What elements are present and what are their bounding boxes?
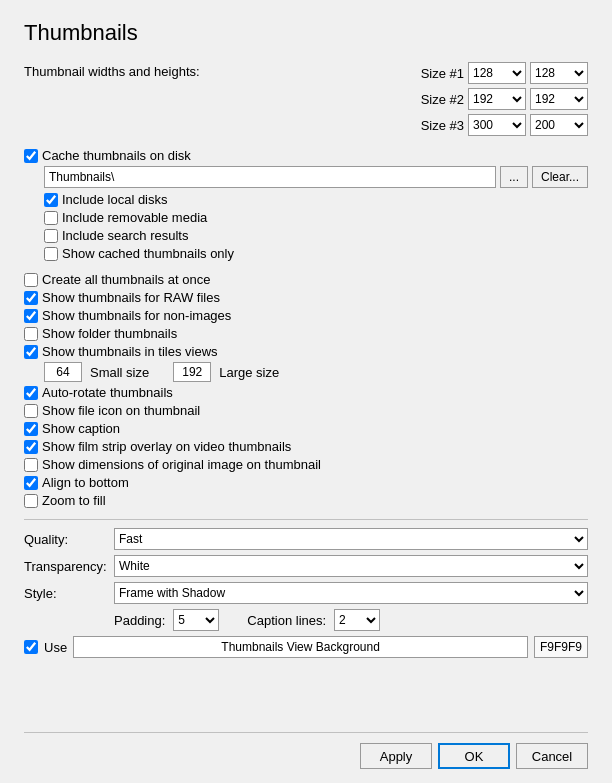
cache-checkbox[interactable]: [24, 149, 38, 163]
cache-path-input[interactable]: [44, 166, 496, 188]
size-label-1: Size #1: [421, 66, 464, 81]
cache-opt-checkbox-3[interactable]: [44, 247, 58, 261]
size-row-3: Size #3 6496128160192256300320400512 649…: [421, 114, 588, 136]
option2-3[interactable]: Show film strip overlay on video thumbna…: [24, 439, 291, 454]
browse-button[interactable]: ...: [500, 166, 528, 188]
tiles-size-row: Small size Large size: [24, 362, 588, 382]
size-row-1: Size #1 6496128160192256300320400512 649…: [421, 62, 588, 84]
list-item: Create all thumbnails at once: [24, 272, 588, 287]
option-1[interactable]: Show thumbnails for RAW files: [24, 290, 220, 305]
page-title: Thumbnails: [24, 20, 588, 46]
list-item: Include removable media: [44, 210, 588, 225]
cache-opt-1[interactable]: Include removable media: [44, 210, 207, 225]
size-section: Size #1 6496128160192256300320400512 649…: [421, 62, 588, 140]
list-item: Show dimensions of original image on thu…: [24, 457, 588, 472]
padding-label: Padding:: [114, 613, 165, 628]
list-item: Show file icon on thumbnail: [24, 403, 588, 418]
large-size-label: Large size: [219, 365, 279, 380]
apply-button[interactable]: Apply: [360, 743, 432, 769]
style-select[interactable]: Frame with ShadowNo FrameShadow: [114, 582, 588, 604]
size-w-select-2[interactable]: 6496128160192256300320400512: [468, 88, 526, 110]
option2-checkbox-3[interactable]: [24, 440, 38, 454]
list-item: Show thumbnails for RAW files: [24, 290, 588, 305]
option-checkbox-0[interactable]: [24, 273, 38, 287]
option-4[interactable]: Show thumbnails in tiles views: [24, 344, 218, 359]
cache-checkbox-label[interactable]: Cache thumbnails on disk: [24, 148, 191, 163]
style-label: Style:: [24, 586, 114, 601]
option2-6[interactable]: Zoom to fill: [24, 493, 106, 508]
color-box[interactable]: F9F9F9: [534, 636, 588, 658]
transparency-label: Transparency:: [24, 559, 114, 574]
cache-opt-3[interactable]: Show cached thumbnails only: [44, 246, 234, 261]
option2-4[interactable]: Show dimensions of original image on thu…: [24, 457, 321, 472]
option2-1[interactable]: Show file icon on thumbnail: [24, 403, 200, 418]
size-w-select-3[interactable]: 6496128160192256300320400512: [468, 114, 526, 136]
cache-opt-checkbox-0[interactable]: [44, 193, 58, 207]
size-label-2: Size #2: [421, 92, 464, 107]
size-header-label: Thumbnail widths and heights:: [24, 62, 421, 79]
cancel-button[interactable]: Cancel: [516, 743, 588, 769]
large-size-input[interactable]: [173, 362, 211, 382]
option-2[interactable]: Show thumbnails for non-images: [24, 308, 231, 323]
option2-checkbox-2[interactable]: [24, 422, 38, 436]
quality-label: Quality:: [24, 532, 114, 547]
list-item: Show thumbnails for non-images: [24, 308, 588, 323]
option-checkbox-3[interactable]: [24, 327, 38, 341]
size-w-select-1[interactable]: 6496128160192256300320400512: [468, 62, 526, 84]
use-label: Use: [44, 640, 67, 655]
size-h-select-3[interactable]: 6496128160192200256300320400512: [530, 114, 588, 136]
option2-checkbox-0[interactable]: [24, 386, 38, 400]
small-size-label: Small size: [90, 365, 149, 380]
cache-opt-checkbox-2[interactable]: [44, 229, 58, 243]
list-item: Show film strip overlay on video thumbna…: [24, 439, 588, 454]
size-row-2: Size #2 6496128160192256300320400512 649…: [421, 88, 588, 110]
cache-opt-checkbox-1[interactable]: [44, 211, 58, 225]
option2-checkbox-6[interactable]: [24, 494, 38, 508]
cache-options: Include local disks Include removable me…: [24, 192, 588, 261]
list-item: Align to bottom: [24, 475, 588, 490]
option-checkbox-4[interactable]: [24, 345, 38, 359]
small-size-input[interactable]: [44, 362, 82, 382]
option2-5[interactable]: Align to bottom: [24, 475, 129, 490]
size-h-select-2[interactable]: 6496128160192200256300320400512: [530, 88, 588, 110]
ok-button[interactable]: OK: [438, 743, 510, 769]
caption-lines-select[interactable]: 1234: [334, 609, 380, 631]
list-item: Show cached thumbnails only: [44, 246, 588, 261]
bg-input[interactable]: [73, 636, 528, 658]
quality-select[interactable]: FastGoodBest: [114, 528, 588, 550]
padding-select[interactable]: 012345678: [173, 609, 219, 631]
option2-checkbox-4[interactable]: [24, 458, 38, 472]
options-section: Create all thumbnails at once Show thumb…: [24, 272, 588, 362]
option-checkbox-1[interactable]: [24, 291, 38, 305]
clear-button[interactable]: Clear...: [532, 166, 588, 188]
list-item: Show thumbnails in tiles views: [24, 344, 588, 359]
list-item: Auto-rotate thumbnails: [24, 385, 588, 400]
option2-0[interactable]: Auto-rotate thumbnails: [24, 385, 173, 400]
list-item: Show caption: [24, 421, 588, 436]
caption-lines-label: Caption lines:: [247, 613, 326, 628]
transparency-select[interactable]: WhiteBlackCheckerboard: [114, 555, 588, 577]
cache-opt-0[interactable]: Include local disks: [44, 192, 168, 207]
list-item: Zoom to fill: [24, 493, 588, 508]
list-item: Show folder thumbnails: [24, 326, 588, 341]
cache-opt-2[interactable]: Include search results: [44, 228, 188, 243]
list-item: Include search results: [44, 228, 588, 243]
option2-2[interactable]: Show caption: [24, 421, 120, 436]
button-bar: Apply OK Cancel: [24, 732, 588, 783]
option-3[interactable]: Show folder thumbnails: [24, 326, 177, 341]
option2-checkbox-5[interactable]: [24, 476, 38, 490]
option-0[interactable]: Create all thumbnails at once: [24, 272, 210, 287]
use-checkbox[interactable]: [24, 640, 38, 654]
option-checkbox-2[interactable]: [24, 309, 38, 323]
options2-section: Auto-rotate thumbnails Show file icon on…: [24, 385, 588, 511]
option2-checkbox-1[interactable]: [24, 404, 38, 418]
size-h-select-1[interactable]: 6496128160192200256300320400512: [530, 62, 588, 84]
list-item: Include local disks: [44, 192, 588, 207]
size-label-3: Size #3: [421, 118, 464, 133]
